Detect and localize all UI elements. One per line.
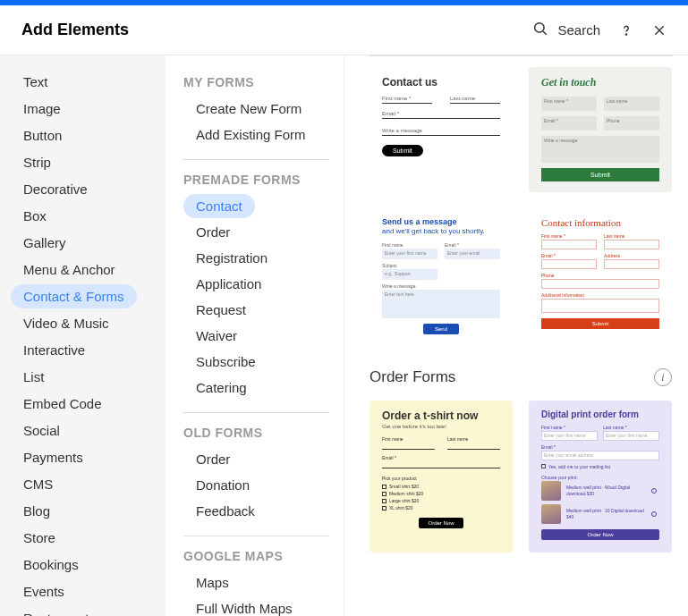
product-image xyxy=(541,504,561,524)
divider xyxy=(369,55,672,56)
template-title: Contact us xyxy=(382,76,500,89)
subcategory-item-maps[interactable]: Maps xyxy=(183,570,242,595)
template-order-tshirt[interactable]: Order a t-shirt now Get one before it's … xyxy=(369,401,513,553)
category-item-bookings[interactable]: Bookings xyxy=(11,553,91,577)
category-item-decorative[interactable]: Decorative xyxy=(11,177,100,201)
category-item-events[interactable]: Events xyxy=(11,579,77,603)
contact-templates-grid: Contact us First name * Last name Email … xyxy=(369,67,672,345)
subcategory-sidebar: MY FORMSCreate New FormAdd Existing Form… xyxy=(166,55,344,616)
template-contact-us[interactable]: Contact us First name * Last name Email … xyxy=(369,67,513,192)
category-item-social[interactable]: Social xyxy=(11,418,72,443)
field-email: Enter your email xyxy=(445,249,500,259)
subcategory-item-request[interactable]: Request xyxy=(183,298,259,322)
category-item-button[interactable]: Button xyxy=(11,123,74,148)
search-label: Search xyxy=(557,22,600,38)
order-button: Order Now xyxy=(541,529,659,540)
category-item-menu-anchor[interactable]: Menu & Anchor xyxy=(11,257,128,282)
mailing-list-checkbox: Yes, add me to your mailing list xyxy=(541,464,659,469)
template-title: Get in touch xyxy=(541,76,659,89)
category-item-strip[interactable]: Strip xyxy=(11,150,64,174)
field-subject: e.g., Support xyxy=(382,269,437,280)
send-button: Send xyxy=(423,324,459,334)
category-item-text[interactable]: Text xyxy=(11,70,61,94)
subcategory-item-subscribe[interactable]: Subscribe xyxy=(183,350,268,374)
close-button[interactable] xyxy=(652,23,667,38)
field-last-name: Last name xyxy=(604,97,659,111)
category-item-store[interactable]: Store xyxy=(11,526,68,550)
field-phone: Phone xyxy=(604,116,659,131)
submit-button: Submit xyxy=(541,318,659,329)
template-title: Order a t-shirt now xyxy=(382,409,500,422)
order-button: Order Now xyxy=(419,518,463,528)
subcategory-item-create-new-form[interactable]: Create New Form xyxy=(183,97,314,121)
subcategory-item-feedback[interactable]: Feedback xyxy=(183,499,268,523)
option-small: Small shirt $20 xyxy=(382,484,500,489)
divider xyxy=(183,412,329,413)
label: Write a message xyxy=(382,283,500,289)
category-item-box[interactable]: Box xyxy=(11,204,59,228)
field-message: Enter text here xyxy=(382,290,500,318)
label: Phone xyxy=(541,273,659,278)
label: First name xyxy=(382,436,435,442)
field-message: Write a message xyxy=(382,128,500,136)
category-item-image[interactable]: Image xyxy=(11,97,73,121)
category-item-restaurants[interactable]: Restaurants xyxy=(11,606,108,616)
category-item-gallery[interactable]: Gallery xyxy=(11,231,79,255)
category-item-video-music[interactable]: Video & Music xyxy=(11,311,122,335)
search-button[interactable]: Search xyxy=(532,21,600,40)
field-last-name xyxy=(604,240,659,249)
category-item-embed-code[interactable]: Embed Code xyxy=(11,392,115,416)
template-contact-information[interactable]: Contact information First name * Last na… xyxy=(529,208,672,345)
field-email: Email * xyxy=(541,116,597,131)
checkbox-icon xyxy=(382,506,386,511)
category-item-payments[interactable]: Payments xyxy=(11,445,96,469)
subcategory-item-waiver[interactable]: Waiver xyxy=(183,324,250,348)
template-get-in-touch[interactable]: Get in touch First name * Last name Emai… xyxy=(529,67,672,192)
category-item-cms[interactable]: CMS xyxy=(11,472,65,496)
checkbox-icon xyxy=(382,492,386,496)
option-medium: Medium shirt $20 xyxy=(382,491,500,496)
field-additional xyxy=(541,299,659,313)
field-email: Email * xyxy=(382,111,500,119)
divider xyxy=(183,536,329,536)
field-last-name xyxy=(447,443,500,450)
subcategory-item-order[interactable]: Order xyxy=(183,447,242,471)
radio-icon xyxy=(651,511,657,517)
subcategory-item-order[interactable]: Order xyxy=(183,220,242,244)
subcategory-item-registration[interactable]: Registration xyxy=(183,246,280,270)
field-email xyxy=(382,461,500,468)
subcategory-item-catering[interactable]: Catering xyxy=(183,376,259,400)
subcategory-item-add-existing-form[interactable]: Add Existing Form xyxy=(183,122,319,147)
divider xyxy=(183,159,329,160)
label: Last name xyxy=(447,436,500,442)
section-title: PREMADE FORMS xyxy=(183,173,329,187)
subcategory-item-full-width-maps[interactable]: Full Width Maps xyxy=(183,596,305,616)
label: Last name xyxy=(604,233,659,239)
template-digital-print[interactable]: Digital print order form First name *Ent… xyxy=(529,401,672,553)
subcategory-item-application[interactable]: Application xyxy=(183,272,274,296)
submit-button: Submit xyxy=(541,168,659,181)
subcategory-item-contact[interactable]: Contact xyxy=(183,194,255,218)
category-item-interactive[interactable]: Interactive xyxy=(11,338,98,362)
label: Email * xyxy=(382,455,500,460)
help-button[interactable] xyxy=(618,22,634,38)
category-item-contact-forms[interactable]: Contact & Forms xyxy=(11,284,137,308)
svg-line-1 xyxy=(543,31,547,35)
template-send-message[interactable]: Send us a message and we'll get back to … xyxy=(369,208,513,345)
template-title: Send us a message xyxy=(382,217,500,226)
category-item-blog[interactable]: Blog xyxy=(11,499,63,523)
template-title: Contact information xyxy=(541,217,659,228)
section-title: GOOGLE MAPS xyxy=(183,549,329,563)
info-icon[interactable]: i xyxy=(654,368,672,386)
product-option-2: Medium wall print · 10 Digital download … xyxy=(541,504,659,524)
subcategory-item-donation[interactable]: Donation xyxy=(183,473,262,497)
field-first-name: Enter your first name xyxy=(541,431,598,441)
product-info: Medium wall print · Wood Digital downloa… xyxy=(566,485,646,497)
section-title: Order Forms xyxy=(369,368,455,386)
label: Pick your product xyxy=(382,476,500,481)
category-item-list[interactable]: List xyxy=(11,365,56,389)
field-first-name: Enter your first name xyxy=(382,249,437,259)
template-subtitle: Get one before it's too late! xyxy=(382,424,500,429)
field-last-name: Last name xyxy=(450,96,500,104)
product-image xyxy=(541,481,561,501)
